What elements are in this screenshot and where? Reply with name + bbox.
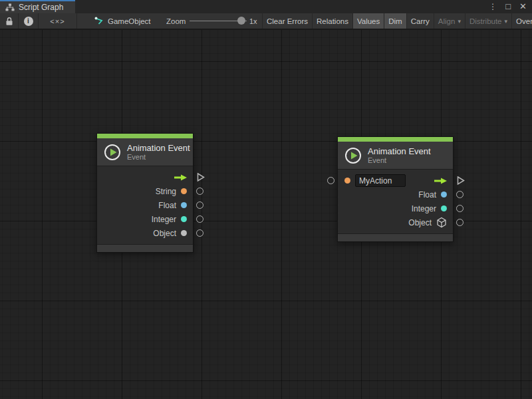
tab-title: Script Graph (19, 3, 63, 12)
node-header[interactable]: Animation Event Event (338, 142, 453, 170)
script-graph-asset-icon (94, 16, 104, 26)
target-label: GameObject (108, 17, 151, 25)
output-row-integer: Integer (338, 201, 453, 215)
node-body: Float Integer Object (338, 170, 453, 233)
window-menu-icon[interactable]: ⋮ (489, 0, 497, 13)
play-circle-icon (344, 147, 362, 164)
close-icon[interactable]: ✕ (519, 0, 527, 13)
carry-button[interactable]: Carry (406, 13, 434, 29)
node-footer (338, 233, 453, 241)
flow-output-port[interactable] (197, 172, 205, 182)
lock-button[interactable] (0, 13, 19, 29)
chevron-down-icon: ▾ (505, 18, 508, 25)
flow-arrow-icon (433, 177, 448, 185)
node-accent-bar (338, 137, 453, 142)
play-circle-icon (104, 144, 121, 161)
output-row-float: Float (97, 198, 193, 212)
node-title: Animation Event (127, 143, 190, 153)
chevron-down-icon: ▾ (458, 18, 461, 25)
node-header[interactable]: Animation Event Event (97, 138, 193, 166)
info-icon: i (24, 17, 33, 26)
name-input-row (338, 174, 453, 188)
zoom-label: Zoom (166, 13, 186, 29)
node-animation-event-2[interactable]: Animation Event Event (337, 136, 454, 242)
relations-button[interactable]: Relations (312, 13, 352, 29)
output-row-object: Object (338, 215, 453, 229)
object-output-port[interactable] (196, 229, 203, 237)
integer-output-port[interactable] (196, 215, 203, 223)
node-accent-bar (97, 134, 193, 138)
zoom-value: 1x (249, 13, 257, 29)
node-subtitle: Event (368, 156, 431, 165)
graph-icon (5, 3, 15, 11)
values-button[interactable]: Values (352, 13, 384, 29)
output-row-object: Object (97, 226, 193, 240)
node-subtitle: Event (127, 153, 190, 162)
embed-code-button[interactable]: <×> (39, 13, 77, 29)
output-row-integer: Integer (97, 212, 193, 226)
output-row-string: String (97, 184, 193, 198)
string-dot-icon (181, 188, 187, 194)
flow-arrow-icon (173, 174, 188, 182)
lock-icon (5, 17, 13, 26)
integer-dot-icon (181, 216, 187, 222)
clear-errors-button[interactable]: Clear Errors (262, 13, 312, 29)
target-gameobject[interactable]: GameObject (94, 13, 151, 29)
toolbar-button-group: Clear Errors Relations Values Dim Carry … (262, 13, 532, 29)
align-button[interactable]: Align ▾ (434, 13, 465, 29)
integer-dot-icon (441, 205, 447, 211)
tab-script-graph[interactable]: Script Graph (0, 0, 75, 13)
node-body: String Float Integer Object (97, 166, 193, 244)
float-output-port[interactable] (456, 191, 464, 198)
graph-toolbar: i <×> GameObject Zoom 1x Clear Errors R (0, 13, 532, 29)
tab-bar: Script Graph ⋮ □ ✕ (0, 0, 532, 13)
float-dot-icon (181, 202, 187, 208)
node-footer (97, 244, 193, 252)
node-animation-event-1[interactable]: Animation Event Event (96, 133, 194, 253)
info-button[interactable]: i (19, 13, 39, 29)
zoom-slider-handle[interactable] (237, 17, 245, 25)
output-row-float: Float (338, 188, 453, 201)
action-name-field[interactable] (355, 174, 406, 187)
maximize-icon[interactable]: □ (505, 0, 511, 13)
zoom-slider[interactable] (190, 13, 247, 29)
unity-visual-scripting-window: Script Graph ⋮ □ ✕ i <×> (0, 0, 532, 399)
name-input-port[interactable] (327, 177, 334, 184)
flow-output-port[interactable] (457, 176, 465, 186)
overview-button[interactable]: Overv (511, 13, 532, 29)
flow-output-row (97, 170, 193, 184)
dim-button[interactable]: Dim (384, 13, 406, 29)
float-dot-icon (441, 192, 447, 198)
object-output-port[interactable] (456, 219, 464, 226)
object-dot-icon (181, 230, 187, 236)
distribute-button[interactable]: Distribute ▾ (465, 13, 511, 29)
window-controls: ⋮ □ ✕ (489, 0, 527, 13)
graph-canvas[interactable]: Animation Event Event (0, 29, 532, 399)
cube-icon (436, 217, 447, 228)
integer-output-port[interactable] (456, 205, 464, 212)
string-output-port[interactable] (196, 188, 203, 195)
float-output-port[interactable] (196, 201, 203, 209)
embed-icon: <×> (50, 17, 65, 25)
string-dot-icon (344, 178, 350, 184)
node-title: Animation Event (368, 146, 431, 156)
